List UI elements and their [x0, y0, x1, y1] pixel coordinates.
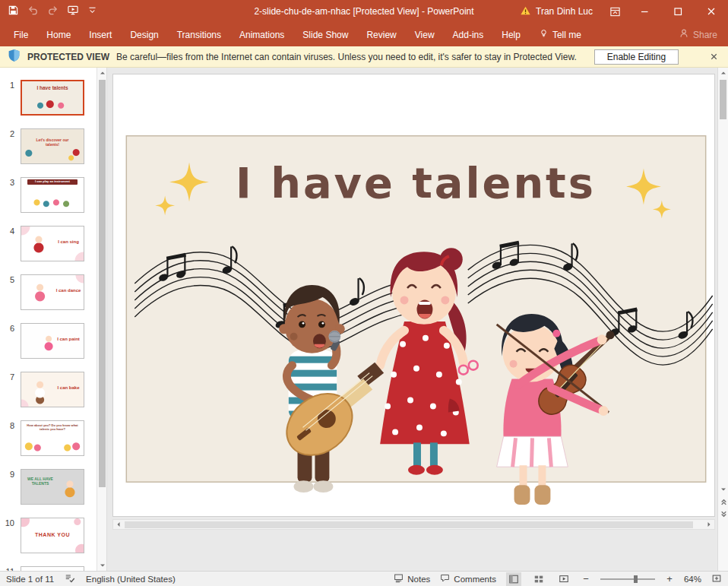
slide-number: 9: [2, 470, 14, 479]
slide-number: 7: [2, 372, 14, 382]
slide-thumbnail-2[interactable]: Let's discover our talents!: [21, 128, 84, 164]
tab-review[interactable]: Review: [357, 23, 405, 46]
tab-design[interactable]: Design: [121, 23, 167, 46]
scrollbar-thumb[interactable]: [125, 521, 693, 528]
scroll-up-icon[interactable]: [718, 68, 728, 78]
close-button[interactable]: [695, 0, 728, 23]
tab-view[interactable]: View: [406, 23, 444, 46]
horizontal-scrollbar: [112, 519, 715, 530]
slide-thumbnail-7[interactable]: I can bake: [21, 372, 84, 407]
slide-number: 6: [2, 324, 14, 333]
vertical-scrollbar: [717, 68, 728, 571]
thumbnail-title: How about you? Do you know what talents …: [26, 424, 79, 431]
slide-thumbnail-5[interactable]: I can dance: [21, 274, 84, 310]
tab-help[interactable]: Help: [492, 23, 530, 46]
protected-view-bar: PROTECTED VIEW Be careful—files from the…: [0, 46, 728, 68]
slide-thumbnail-3[interactable]: I can play an instrument: [21, 177, 84, 213]
protected-view-label: PROTECTED VIEW: [27, 52, 109, 62]
slide-canvas-area: I have talents: [107, 68, 717, 571]
slide-indicator: Slide 1 of 11: [6, 575, 54, 584]
maximize-button[interactable]: [661, 0, 695, 23]
thumbnail-title: I can paint: [55, 337, 81, 342]
slide-thumbnail-9[interactable]: WE ALL HAVE TALENTS: [21, 469, 84, 505]
slide-thumbnail-6[interactable]: I can paint: [21, 323, 84, 359]
slide-thumbnail-8[interactable]: How about you? Do you know what talents …: [21, 420, 84, 456]
tab-add-ins[interactable]: Add-ins: [444, 23, 493, 46]
slide-number: 5: [2, 275, 14, 284]
comments-button[interactable]: Comments: [440, 573, 496, 584]
thumbnail-row: 9 WE ALL HAVE TALENTS: [0, 469, 97, 505]
zoom-slider[interactable]: [600, 575, 655, 584]
tab-tell-me[interactable]: Tell me: [530, 23, 590, 46]
thumbnail-row: 5 I can dance: [0, 274, 97, 311]
tab-slide-show[interactable]: Slide Show: [293, 23, 357, 46]
scroll-up-icon[interactable]: [97, 68, 108, 78]
start-from-beginning-icon[interactable]: [67, 5, 79, 19]
account-chip[interactable]: Tran Dinh Luc: [511, 5, 602, 18]
scroll-left-icon[interactable]: [113, 519, 124, 530]
fit-slide-to-window-button[interactable]: [711, 573, 722, 585]
next-slide-button[interactable]: [718, 508, 728, 519]
zoom-in-button[interactable]: +: [665, 573, 674, 584]
tab-home[interactable]: Home: [37, 23, 80, 46]
slide-thumbnail-10[interactable]: THANK YOU: [21, 518, 84, 553]
share-button[interactable]: Share: [679, 28, 717, 41]
warning-icon: [520, 5, 531, 18]
workspace: 1 I have talents 2 Let's discover our ta…: [0, 68, 728, 571]
thumbnail-row: 3 I can play an instrument: [0, 177, 97, 214]
scroll-down-icon[interactable]: [718, 484, 728, 495]
slide-number: 2: [2, 129, 14, 138]
thumbnail-row: 4 I can sing: [0, 226, 97, 262]
save-icon[interactable]: [8, 5, 19, 19]
thumbnail-title: I can play an instrument: [27, 179, 78, 185]
notes-icon: [394, 573, 404, 584]
tab-file[interactable]: File: [5, 23, 37, 46]
previous-slide-button[interactable]: [718, 496, 728, 507]
thumbnail-row: 7 I can bake: [0, 372, 97, 408]
slide-number: 1: [2, 81, 14, 90]
thumbnail-title: I can sing: [55, 239, 81, 245]
normal-view-button[interactable]: [506, 572, 521, 586]
redo-icon[interactable]: [47, 5, 59, 19]
zoom-level[interactable]: 64%: [684, 575, 701, 584]
undo-icon[interactable]: [27, 5, 39, 19]
thumbnail-title: WE ALL HAVE TALENTS: [24, 477, 56, 486]
customize-qat-icon[interactable]: [87, 5, 97, 18]
thumbnail-panel-scrollbar: [97, 68, 107, 571]
ribbon-tab-bar: File Home Insert Design Transitions Anim…: [0, 23, 728, 46]
thumbnail-title: I have talents: [24, 85, 81, 90]
spell-check-icon[interactable]: [65, 573, 75, 585]
slide-thumbnail-1[interactable]: I have talents: [21, 80, 84, 116]
zoom-out-button[interactable]: −: [581, 573, 590, 584]
zoom-slider-thumb[interactable]: [634, 575, 638, 583]
scroll-down-icon[interactable]: [97, 560, 108, 571]
person-icon: [679, 28, 689, 41]
slide-show-view-button[interactable]: [556, 572, 571, 586]
ribbon-display-options-icon[interactable]: [602, 0, 628, 23]
slide-number: 10: [2, 518, 14, 527]
notes-button[interactable]: Notes: [394, 573, 430, 584]
slide-thumbnail-4[interactable]: I can sing: [21, 226, 84, 261]
thumbnail-title: I can dance: [55, 288, 81, 293]
thumbnail-row: 1 I have talents: [0, 80, 97, 116]
thumbnail-title: Let's discover our talents!: [35, 138, 70, 147]
thumbnail-title: THANK YOU: [21, 532, 84, 538]
tab-animations[interactable]: Animations: [230, 23, 293, 46]
titlebar-controls: Tran Dinh Luc: [511, 0, 728, 23]
minimize-button[interactable]: [628, 0, 661, 23]
slide-number: 3: [2, 178, 14, 187]
tab-transitions[interactable]: Transitions: [168, 23, 230, 46]
enable-editing-button[interactable]: Enable Editing: [594, 49, 679, 65]
scroll-right-icon[interactable]: [704, 519, 714, 530]
tab-insert[interactable]: Insert: [80, 23, 121, 46]
slide-number: 4: [2, 226, 14, 236]
scrollbar-thumb[interactable]: [99, 80, 106, 487]
language-status[interactable]: English (United States): [86, 575, 176, 584]
thumbnail-row: 8 How about you? Do you know what talent…: [0, 420, 97, 457]
quick-access-toolbar: [0, 5, 97, 19]
protected-view-close-icon[interactable]: [709, 52, 719, 62]
scrollbar-thumb[interactable]: [720, 80, 726, 119]
protected-view-message: Be careful—files from the Internet can c…: [116, 52, 577, 62]
thumbnail-row: 2 Let's discover our talents!: [0, 128, 97, 165]
slide-sorter-view-button[interactable]: [531, 572, 546, 586]
